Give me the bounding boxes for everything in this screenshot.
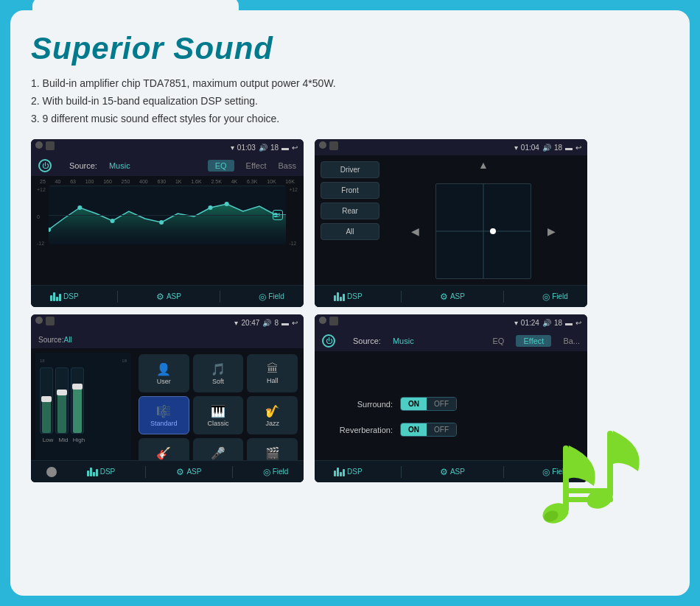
surround-tab-eq[interactable]: EQ — [493, 337, 505, 345]
surround-label: Surround: — [326, 400, 393, 409]
asp-btn-2[interactable]: ⚙ ASP — [440, 292, 465, 302]
arrow-left[interactable]: ◀ — [411, 225, 419, 237]
dsp-icon-2 — [334, 292, 345, 301]
volume-icon: 🔊 — [259, 144, 267, 152]
effect-hall[interactable]: 🏛 Hall — [247, 354, 298, 392]
surround-off-btn[interactable]: OFF — [427, 398, 456, 410]
status-bar-3: ▾ 20:47 🔊 8 ▬ ↩ — [31, 314, 304, 331]
fader-low[interactable] — [40, 367, 53, 434]
dsp-icon — [50, 292, 61, 301]
back-icon-3: ↩ — [292, 319, 298, 327]
dsp-btn-3[interactable]: DSP — [87, 468, 116, 476]
svg-rect-12 — [563, 488, 613, 493]
back-icon-4: ↩ — [575, 319, 581, 327]
surround-toggle[interactable]: ON OFF — [400, 397, 457, 411]
surround-control-row: Surround: ON OFF — [326, 397, 575, 411]
asp-btn-3[interactable]: ⚙ ASP — [176, 467, 201, 477]
time-3: 20:47 — [241, 319, 259, 327]
field-icon: ◎ — [259, 292, 266, 302]
fader-mid[interactable] — [55, 367, 69, 434]
feature-1: 1. Build-in amplifier chip TDA7851, maxi… — [31, 75, 669, 93]
card-tab — [32, 0, 239, 24]
field-btn-3[interactable]: ◎ Field — [263, 467, 289, 477]
status-bar-4: ▾ 01:24 🔊 18 ▬ ↩ — [315, 314, 587, 331]
time-1: 01:03 — [237, 144, 256, 152]
asp-btn-4[interactable]: ⚙ ASP — [440, 467, 465, 477]
circle-indicator — [46, 467, 57, 477]
tab-eq[interactable]: EQ — [208, 160, 234, 172]
rear-btn[interactable]: Rear — [321, 202, 379, 219]
dsp-btn-1[interactable]: DSP — [50, 292, 79, 301]
signal-2: 18 — [554, 144, 562, 152]
music-note-decoration — [520, 416, 668, 566]
wifi-icon-2: ▾ — [514, 144, 518, 152]
volume-icon-4: 🔊 — [542, 319, 551, 327]
effect-user[interactable]: 👤 User — [139, 354, 189, 392]
wifi-icon: ▾ — [231, 144, 234, 152]
surround-tab-bass[interactable]: Ba... — [563, 337, 580, 345]
signal-1: 18 — [270, 144, 279, 152]
eq-source-value: Music — [109, 161, 130, 170]
reverberation-toggle[interactable]: ON OFF — [400, 423, 457, 437]
mixer-source-label: Source: — [38, 336, 63, 344]
svg-point-3 — [159, 220, 164, 225]
asp-content: Driver Front Rear All ▲ ▼ ◀ ▶ — [315, 155, 587, 307]
arrow-right[interactable]: ▶ — [547, 225, 556, 237]
field-btn-1[interactable]: ◎ Field — [259, 292, 284, 302]
asp-icon-3: ⚙ — [176, 467, 184, 477]
surround-source-value: Music — [393, 337, 414, 345]
eq-content: ⏻ Source: Music EQ Effect Bass 2540 6310… — [31, 155, 304, 307]
reverberation-label: Reverberation: — [326, 426, 393, 434]
effect-classic[interactable]: 🎹 Classic — [193, 396, 244, 434]
tab-effect[interactable]: Effect — [246, 161, 267, 170]
volume-icon-3: 🔊 — [262, 319, 271, 327]
field-btn-2[interactable]: ◎ Field — [542, 292, 568, 302]
music-note-svg — [520, 416, 668, 563]
asp-icon-2: ⚙ — [440, 292, 448, 302]
time-2: 01:04 — [521, 144, 539, 152]
asp-grid-container: ▲ ▼ ◀ ▶ — [385, 161, 581, 301]
asp-position-dot[interactable] — [490, 228, 496, 234]
surround-source-bar: ⏻ Source: Music EQ Effect Ba... — [315, 331, 587, 351]
back-icon: ↩ — [292, 144, 298, 152]
battery-icon-4: ▬ — [565, 319, 573, 327]
effect-standard[interactable]: 🎼 Standard — [139, 396, 189, 434]
reverb-on-btn[interactable]: ON — [401, 423, 427, 436]
driver-btn[interactable]: Driver — [321, 161, 379, 178]
volume-icon-2: 🔊 — [542, 144, 551, 152]
all-btn[interactable]: All — [321, 223, 379, 240]
effect-jazz[interactable]: 🎷 Jazz — [247, 396, 298, 434]
bottom-bar-3: DSP ⚙ ASP ◎ Field — [31, 460, 304, 482]
mixer-source-value: All — [63, 336, 71, 344]
eq-source-label: Source: — [69, 161, 97, 170]
refresh-icon[interactable]: ↺ — [276, 212, 281, 219]
dsp-btn-4[interactable]: DSP — [334, 468, 363, 476]
reverb-off-btn[interactable]: OFF — [427, 423, 456, 436]
asp-btn-1[interactable]: ⚙ ASP — [156, 292, 181, 302]
svg-point-4 — [208, 205, 212, 210]
front-btn[interactable]: Front — [321, 182, 379, 199]
fader-panel: 18 18 — [35, 353, 131, 478]
main-card: Superior Sound 1. Build-in amplifier chi… — [10, 10, 690, 596]
surround-power[interactable]: ⏻ — [322, 334, 335, 348]
eq-chart: 2540 63100 160250 400630 1K1.6K 2.5K4K 6… — [31, 176, 304, 250]
battery-icon: ▬ — [281, 144, 289, 152]
field-icon-3: ◎ — [263, 467, 270, 477]
dsp-btn-2[interactable]: DSP — [334, 292, 363, 301]
screen-mixer: ▾ 20:47 🔊 8 ▬ ↩ Source: All 18 18 — [31, 314, 304, 482]
effect-soft[interactable]: 🎵 Soft — [193, 354, 244, 392]
time-4: 01:24 — [521, 319, 539, 327]
eq-freq-labels: 2540 63100 160250 400630 1K1.6K 2.5K4K 6… — [37, 179, 298, 184]
arrow-up[interactable]: ▲ — [478, 159, 489, 171]
page-title: Superior Sound — [31, 31, 669, 66]
asp-icon: ⚙ — [156, 292, 164, 302]
eq-power-icon[interactable]: ⏻ — [38, 159, 52, 172]
tab-bass[interactable]: Bass — [279, 161, 296, 170]
status-bar-1: ▾ 01:03 🔊 18 ▬ ↩ — [31, 139, 304, 155]
fader-high[interactable] — [71, 367, 84, 434]
signal-3: 8 — [274, 319, 279, 327]
svg-rect-13 — [563, 497, 613, 502]
surround-tab-effect[interactable]: Effect — [516, 335, 551, 347]
signal-4: 18 — [554, 319, 562, 327]
surround-on-btn[interactable]: ON — [401, 398, 427, 410]
